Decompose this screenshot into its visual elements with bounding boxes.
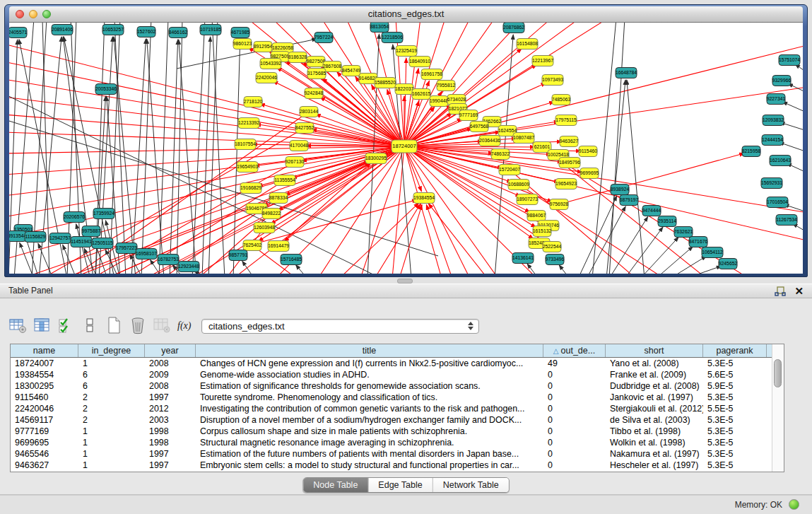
table-cell[interactable]: 1 [78,358,145,369]
table-cell[interactable]: 5.9E-5 [703,380,767,392]
table-row[interactable]: 1938455462009Genome-wide association stu… [11,369,772,380]
table-cell[interactable]: 1 [78,437,145,448]
table-cell[interactable]: 0 [543,448,606,460]
table-cell[interactable]: 9777169 [11,426,78,437]
table-row[interactable]: 911546021997Tourette syndrome. Phenomeno… [11,392,772,403]
table-cell[interactable]: 6 [78,380,145,392]
table-cell[interactable]: 1997 [145,392,196,403]
table-cell[interactable]: 2 [78,403,145,414]
table-cell[interactable]: 1997 [145,448,196,460]
table-cell[interactable]: 2003 [145,414,196,426]
delete-table-icon[interactable] [127,315,148,335]
table-cell[interactable]: 1997 [145,460,196,471]
table-cell[interactable]: 0 [543,369,606,380]
table-cell[interactable]: 1998 [145,426,196,437]
table-cell[interactable]: 1998 [145,437,196,448]
table-row[interactable]: 2242004622012Investigating the contribut… [11,403,772,414]
show-columns-icon[interactable] [31,315,52,335]
table-cell[interactable]: 9463627 [11,460,78,471]
scrollbar-thumb[interactable] [774,359,782,387]
table-cell[interactable]: 18300295 [11,380,78,392]
create-column-icon[interactable] [55,315,76,335]
table-cell[interactable]: 14569117 [11,414,78,426]
table-cell[interactable]: 2008 [145,358,196,369]
table-cell[interactable]: 0 [543,426,606,437]
table-cell[interactable]: 5.3E-5 [703,437,767,448]
table-source-select[interactable]: citations_edges.txt [201,319,479,334]
table-cell[interactable]: Tourette syndrome. Phenomenology and cla… [196,392,543,403]
table-cell[interactable]: 19384554 [11,369,78,380]
table-cell[interactable]: Structural magnetic resonance image aver… [196,437,543,448]
table-cell[interactable]: 22420046 [11,403,78,414]
table-cell[interactable]: 5.3E-5 [703,460,767,471]
table-row[interactable]: 946554611997Estimation of the future num… [11,448,772,460]
column-header-out_de[interactable]: △out_de... [543,344,606,357]
table-cell[interactable]: 5.6E-5 [703,369,767,380]
table-cell[interactable]: 5.3E-5 [703,392,767,403]
tab-node-table[interactable]: Node Table [303,478,368,492]
table-cell[interactable]: Changes of HCN gene expression and I(f) … [196,358,543,369]
memory-ok-led-icon[interactable] [789,499,799,510]
table-cell[interactable]: 9115460 [11,392,78,403]
network-canvas[interactable]: 9860123891295418226058982750981863281054… [9,23,803,274]
table-cell[interactable]: 0 [543,403,606,414]
table-cell[interactable]: de Silva et al. (2003) [606,414,703,426]
new-table-icon[interactable] [103,315,124,335]
table-row[interactable]: 969969511998Structural magnetic resonanc… [11,437,772,448]
table-cell[interactable]: Estimation of significance thresholds fo… [196,380,543,392]
table-cell[interactable]: 0 [543,460,606,471]
column-header-title[interactable]: title [196,344,543,357]
table-cell[interactable]: 0 [543,414,606,426]
minimize-window-button[interactable] [29,10,37,18]
table-cell[interactable]: Corpus callosum shape and size in male p… [196,426,543,437]
table-cell[interactable]: 2009 [145,369,196,380]
table-cell[interactable]: 5.3E-5 [703,414,767,426]
table-cell[interactable]: 5.5E-5 [703,403,767,414]
table-cell[interactable]: Franke et al. (2009) [606,369,703,380]
table-cell[interactable]: Tibbo et al. (1998) [606,426,703,437]
float-window-icon[interactable] [775,286,786,297]
table-cell[interactable]: 1 [78,460,145,471]
table-cell[interactable]: Investigating the contribution of common… [196,403,543,414]
table-cell[interactable]: Estimation of the future numbers of pati… [196,448,543,460]
function-builder-icon[interactable]: f(x) [175,315,196,335]
tab-edge-table[interactable]: Edge Table [368,478,433,492]
table-cell[interactable]: 2 [78,414,145,426]
table-vertical-scrollbar[interactable] [772,344,784,472]
zoom-window-button[interactable] [42,10,51,18]
column-header-in_degree[interactable]: in_degree [78,344,145,357]
column-header-short[interactable]: short [606,344,703,357]
table-cell[interactable]: 9465546 [11,448,78,460]
row-view-icon[interactable] [79,315,100,335]
table-cell[interactable]: Disruption of a novel member of a sodium… [196,414,543,426]
table-cell[interactable]: 9699695 [11,437,78,448]
table-cell[interactable]: 0 [543,392,606,403]
table-cell[interactable]: 2012 [145,403,196,414]
column-header-pagerank[interactable]: pagerank [703,344,767,357]
table-cell[interactable]: 6 [78,369,145,380]
table-cell[interactable]: Stergiakouli et al. (2012) [606,403,703,414]
table-cell[interactable]: 18724007 [11,358,78,369]
table-row[interactable]: 977716911998Corpus callosum shape and si… [11,426,772,437]
column-header-name[interactable]: name [11,344,78,357]
table-cell[interactable]: Wolkin et al. (1998) [606,437,703,448]
table-cell[interactable]: 5.3E-5 [703,358,767,369]
table-cell[interactable]: Yano et al. (2008) [606,358,703,369]
table-cell[interactable]: 49 [543,358,606,369]
table-cell[interactable]: Nakamura et al. (1997) [606,448,703,460]
column-header-year[interactable]: year [145,344,196,357]
table-cell[interactable]: 5.3E-5 [703,448,767,460]
tab-network-table[interactable]: Network Table [433,478,509,492]
import-table-icon[interactable] [151,315,172,335]
table-row[interactable]: 1830029562008Estimation of significance … [11,380,772,392]
table-row[interactable]: 1456911722003Disruption of a novel membe… [11,414,772,426]
table-cell[interactable]: 5.3E-5 [703,426,767,437]
table-cell[interactable]: Embryonic stem cells: a model to study s… [196,460,543,471]
close-panel-icon[interactable]: ✕ [794,286,804,297]
table-cell[interactable]: Dudbridge et al. (2008) [606,380,703,392]
table-cell[interactable]: 2008 [145,380,196,392]
table-cell[interactable]: 0 [543,380,606,392]
table-cell[interactable]: 1 [78,426,145,437]
table-cell[interactable]: Hescheler et al. (1997) [606,460,703,471]
splitter-handle[interactable] [397,279,413,284]
